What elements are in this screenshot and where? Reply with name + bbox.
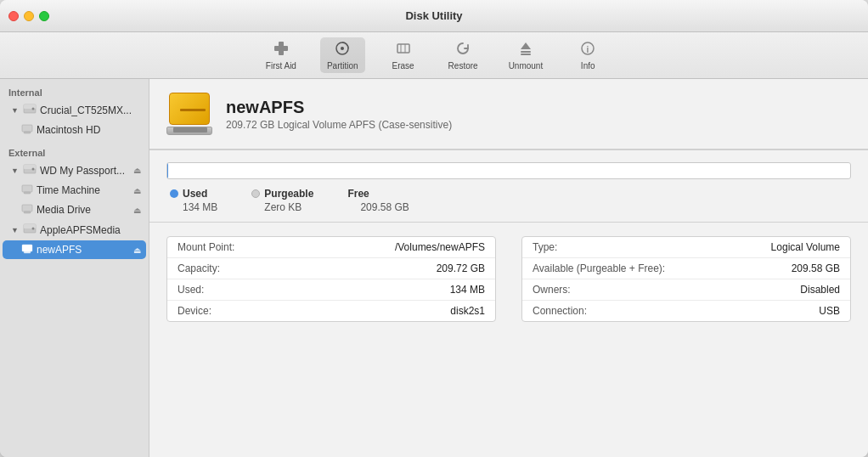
connection-val: USB bbox=[819, 305, 840, 317]
sidebar-item-wd-passport[interactable]: ▼ WD My Passport... ⏏ bbox=[3, 161, 146, 180]
toolbar-partition[interactable]: Partition bbox=[320, 37, 365, 73]
close-button[interactable] bbox=[8, 11, 19, 21]
free-label: Free bbox=[347, 188, 369, 200]
usage-section: Used 134 MB Purgeable Zero KB Free bbox=[149, 150, 868, 222]
toolbar-restore-label: Restore bbox=[448, 61, 478, 71]
info-row-mount: Mount Point: /Volumes/newAPFS bbox=[167, 237, 495, 258]
volume-subtitle: 209.72 GB Logical Volume APFS (Case-sens… bbox=[226, 119, 452, 131]
sidebar-item-apple-apfs[interactable]: ▼ AppleAPFSMedia bbox=[3, 220, 146, 240]
info-icon: i bbox=[579, 40, 596, 59]
disk-icon-wd bbox=[23, 163, 37, 178]
main-content: Internal ▼ Crucial_CT525MX... bbox=[0, 79, 868, 457]
disk-icon-crucial bbox=[23, 103, 37, 117]
toolbar-info[interactable]: i Info bbox=[566, 37, 609, 73]
disclosure-apple-apfs: ▼ bbox=[11, 226, 20, 234]
volume-icon-new-apfs bbox=[21, 243, 33, 257]
toolbar: First Aid Partition Erase bbox=[0, 32, 868, 79]
eject-icon-time-machine[interactable]: ⏏ bbox=[133, 186, 141, 195]
legend-free: Free 209.58 GB bbox=[347, 188, 409, 213]
capacity-key: Capacity: bbox=[178, 262, 220, 274]
disk-icon-time-machine bbox=[21, 183, 33, 197]
sidebar-item-crucial[interactable]: ▼ Crucial_CT525MX... bbox=[3, 100, 146, 120]
info-row-capacity: Capacity: 209.72 GB bbox=[167, 258, 495, 279]
connection-key: Connection: bbox=[533, 305, 587, 317]
sidebar-label-time-machine: Time Machine bbox=[37, 184, 130, 196]
traffic-lights bbox=[8, 11, 49, 21]
mount-point-val: /Volumes/newAPFS bbox=[395, 241, 485, 253]
info-row-type: Type: Logical Volume bbox=[522, 237, 850, 258]
erase-icon bbox=[395, 40, 412, 59]
sidebar-label-apple-apfs: AppleAPFSMedia bbox=[40, 224, 141, 236]
owners-key: Owners: bbox=[533, 284, 571, 296]
info-tables: Mount Point: /Volumes/newAPFS Capacity: … bbox=[149, 223, 868, 336]
svg-point-14 bbox=[32, 108, 35, 110]
used-key: Used: bbox=[178, 284, 204, 296]
purgeable-label: Purgeable bbox=[264, 188, 313, 200]
svg-rect-27 bbox=[22, 245, 32, 251]
sidebar-item-time-machine[interactable]: Time Machine ⏏ bbox=[3, 181, 146, 200]
toolbar-first-aid[interactable]: First Aid bbox=[259, 37, 303, 73]
disk-icon-apple-apfs bbox=[23, 223, 37, 237]
svg-rect-22 bbox=[22, 205, 32, 212]
sidebar-section-external: External bbox=[0, 144, 149, 160]
svg-rect-28 bbox=[24, 251, 31, 253]
window-title: Disk Utility bbox=[405, 9, 462, 22]
svg-point-26 bbox=[32, 228, 35, 230]
legend-used: Used 134 MB bbox=[170, 188, 217, 213]
svg-point-3 bbox=[341, 47, 344, 50]
type-key: Type: bbox=[533, 241, 557, 253]
info-row-used: Used: 134 MB bbox=[167, 279, 495, 301]
toolbar-partition-label: Partition bbox=[327, 61, 358, 71]
svg-rect-4 bbox=[397, 44, 409, 53]
toolbar-unmount-label: Unmount bbox=[509, 61, 544, 71]
volume-header: newAPFS 209.72 GB Logical Volume APFS (C… bbox=[149, 79, 868, 150]
free-value: 209.58 GB bbox=[347, 201, 409, 213]
svg-rect-8 bbox=[521, 51, 531, 53]
svg-point-19 bbox=[32, 168, 35, 171]
toolbar-erase[interactable]: Erase bbox=[382, 37, 425, 73]
usage-bar-fill bbox=[167, 163, 168, 178]
used-val: 134 MB bbox=[450, 284, 485, 296]
minimize-button[interactable] bbox=[24, 11, 34, 21]
sidebar-item-macintosh-hd[interactable]: Macintosh HD bbox=[3, 121, 146, 139]
unmount-icon bbox=[517, 40, 534, 59]
disk-icon-media-drive bbox=[21, 203, 33, 217]
sidebar-label-media-drive: Media Drive bbox=[37, 204, 130, 216]
purgeable-dot bbox=[251, 189, 260, 198]
svg-rect-20 bbox=[22, 185, 32, 192]
used-label: Used bbox=[183, 188, 207, 200]
purgeable-value: Zero KB bbox=[251, 201, 313, 213]
sidebar-section-internal: Internal bbox=[0, 84, 149, 99]
capacity-val: 209.72 GB bbox=[437, 262, 485, 274]
drive-base bbox=[166, 127, 212, 135]
first-aid-icon bbox=[273, 40, 290, 59]
sidebar-item-media-drive[interactable]: Media Drive ⏏ bbox=[3, 200, 146, 219]
info-row-device: Device: disk2s1 bbox=[167, 301, 495, 321]
svg-marker-7 bbox=[521, 42, 531, 49]
eject-icon-new-apfs[interactable]: ⏏ bbox=[133, 245, 141, 255]
disclosure-crucial: ▼ bbox=[11, 106, 20, 115]
info-table-right: Type: Logical Volume Available (Purgeabl… bbox=[521, 236, 851, 322]
svg-rect-9 bbox=[521, 54, 531, 55]
svg-rect-15 bbox=[22, 125, 32, 132]
device-val: disk2s1 bbox=[450, 305, 485, 317]
sidebar-label-new-apfs: newAPFS bbox=[37, 244, 130, 256]
sidebar-item-new-apfs[interactable]: newAPFS ⏏ bbox=[3, 240, 146, 259]
eject-icon-media-drive[interactable]: ⏏ bbox=[133, 206, 141, 215]
sidebar-label-crucial: Crucial_CT525MX... bbox=[40, 104, 141, 116]
detail-pane: newAPFS 209.72 GB Logical Volume APFS (C… bbox=[149, 79, 868, 457]
toolbar-restore[interactable]: Restore bbox=[442, 37, 485, 73]
restore-icon bbox=[454, 40, 471, 59]
type-val: Logical Volume bbox=[771, 241, 840, 253]
info-table-left: Mount Point: /Volumes/newAPFS Capacity: … bbox=[166, 236, 496, 322]
volume-drive-image bbox=[166, 93, 212, 135]
available-key: Available (Purgeable + Free): bbox=[533, 262, 665, 274]
used-value: 134 MB bbox=[170, 201, 217, 213]
partition-icon bbox=[334, 40, 351, 59]
eject-icon-wd[interactable]: ⏏ bbox=[133, 166, 141, 175]
maximize-button[interactable] bbox=[39, 11, 49, 21]
mount-point-key: Mount Point: bbox=[178, 241, 234, 253]
toolbar-erase-label: Erase bbox=[392, 61, 414, 71]
toolbar-unmount[interactable]: Unmount bbox=[502, 37, 550, 73]
available-val: 209.58 GB bbox=[792, 262, 840, 274]
